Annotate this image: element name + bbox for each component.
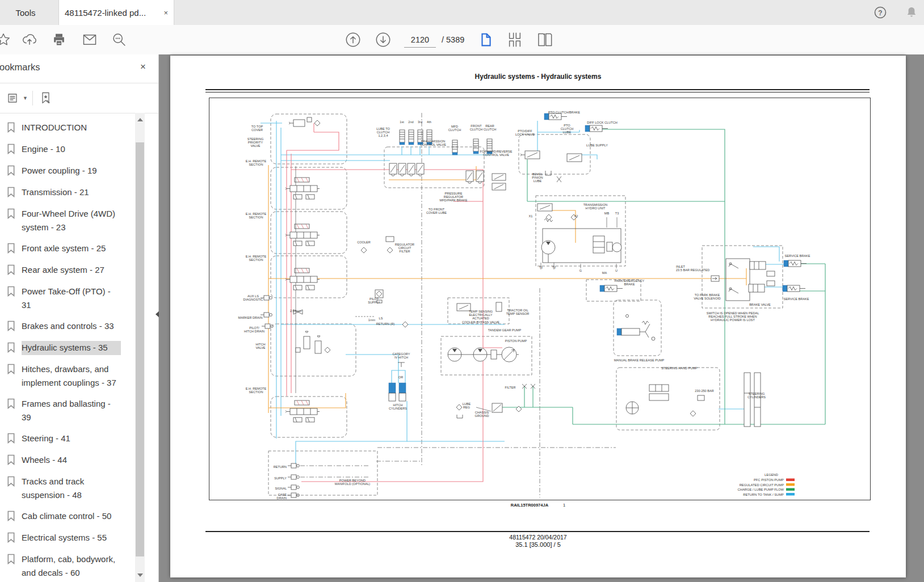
svg-text:?: ? xyxy=(878,9,882,17)
bookmark-item[interactable]: Power coupling - 19 xyxy=(7,164,145,178)
header-rule xyxy=(205,89,870,90)
bookmark-item-label: Front axle system - 25 xyxy=(22,242,121,256)
next-page-button[interactable] xyxy=(375,32,391,48)
bookmark-item[interactable]: Hydraulic systems - 35 xyxy=(7,341,145,355)
bookmarks-list: INTRODUCTION Engine - 10 Power coupling … xyxy=(0,113,145,582)
diagram-label: T3 xyxy=(615,212,619,215)
diagram-label: TO TOPCOVER xyxy=(251,125,263,132)
bookmark-item[interactable]: INTRODUCTION xyxy=(7,121,145,135)
scroll-up-arrow-icon[interactable] xyxy=(137,118,143,121)
diagram-label: SERVICE BRAKE xyxy=(784,297,809,301)
diagram-label: STEERINGCYLINDERS xyxy=(747,392,766,399)
diagram-label: CHASSISGROUND xyxy=(475,411,489,417)
bookmark-item[interactable]: Front axle system - 25 xyxy=(7,242,145,256)
cloud-upload-icon[interactable] xyxy=(22,32,37,48)
hydraulic-schematic: TO TOPCOVERSTEERINGPRIORITYVALVEE.H. REM… xyxy=(209,98,870,500)
bookmark-icon xyxy=(7,320,17,334)
bookmark-icon xyxy=(7,122,17,135)
previous-page-button[interactable] xyxy=(345,32,361,48)
tab-document[interactable]: 48115472-linked pd... × xyxy=(58,0,174,25)
print-icon[interactable] xyxy=(51,32,67,48)
chevron-down-icon[interactable]: ▼ xyxy=(23,95,28,101)
bookmark-icon xyxy=(7,165,17,178)
diagram-label: DIFF LOCK CLUTCH xyxy=(587,121,617,124)
bookmarks-toolbar: ▼ xyxy=(0,83,158,113)
page-total-label: / 5389 xyxy=(442,35,464,44)
page-number-input[interactable] xyxy=(404,32,436,48)
diagram-label: 3rd xyxy=(418,120,422,124)
email-icon[interactable] xyxy=(82,32,98,48)
bookmark-item[interactable]: Tracks and track suspension - 48 xyxy=(7,475,145,502)
diagram-label: STEERING HAND PUMP xyxy=(661,366,698,370)
diagram-label: COOLER xyxy=(357,241,371,244)
diagram-label: RETURN xyxy=(274,465,287,469)
diagram-label: 2nd xyxy=(408,120,413,124)
bookmark-item[interactable]: Steering - 41 xyxy=(7,432,145,446)
legend-label: PFC PISTON PUMP xyxy=(754,478,784,482)
bookmark-item[interactable]: Frames and ballasting - 39 xyxy=(7,397,145,424)
diagram-label: BRAKE VALVE xyxy=(749,303,771,306)
document-viewport[interactable]: Hydraulic systems - Hydraulic systems xyxy=(159,54,924,582)
legend-swatch xyxy=(786,488,795,491)
page-footer-doc: 48115472 20/04/2017 xyxy=(170,534,906,541)
bookmarks-close-icon[interactable]: × xyxy=(140,61,146,73)
main-toolbar: / 5389 xyxy=(0,25,924,55)
diagram-label: LUBEREG xyxy=(463,402,471,409)
diagram-label: E.H. REMOTESECTION xyxy=(246,212,267,219)
bookmark-item[interactable]: Brakes and controls - 33 xyxy=(7,319,145,334)
diagram-label: PARK/EMERGENCYBRAKE xyxy=(615,279,645,286)
bookmark-item[interactable]: Electrical systems - 55 xyxy=(7,531,145,545)
toolbar-separator xyxy=(32,91,33,106)
bookmark-item[interactable]: Four-Wheel Drive (4WD) system - 23 xyxy=(7,207,145,234)
help-icon[interactable]: ? xyxy=(872,5,888,20)
diagram-label: PILOT/HITCH DRAIN xyxy=(244,326,264,333)
favorite-star-icon[interactable] xyxy=(0,32,11,48)
diagram-label: X2 xyxy=(574,214,578,218)
diagram-label: 2.54mm xyxy=(290,309,302,313)
bookmark-item-label: Engine - 10 xyxy=(22,142,121,157)
bookmark-icon xyxy=(7,208,17,234)
bookmark-item[interactable]: Rear axle system - 27 xyxy=(7,263,145,277)
diagram-label: SIGNAL xyxy=(275,487,287,490)
bookmarks-scrollbar[interactable] xyxy=(135,113,145,582)
bookmark-item[interactable]: Power Take-Off (PTO) - 31 xyxy=(7,285,145,312)
scroll-down-arrow-icon[interactable] xyxy=(137,573,143,577)
bookmark-item[interactable]: Platform, cab, bodywork, and decals - 60 xyxy=(7,553,145,580)
bookmark-item[interactable]: Wheels - 44 xyxy=(7,453,145,467)
two-page-view-icon[interactable] xyxy=(537,32,553,48)
bookmark-item[interactable]: Hitches, drawbars, and implement couplin… xyxy=(7,362,145,390)
diagram-label: PTO CLUTCH/BRAKE xyxy=(548,111,580,114)
bookmark-item[interactable]: Engine - 10 xyxy=(7,142,145,157)
bookmark-icon xyxy=(7,554,17,580)
bookmarks-panel-header: Bookmarks × xyxy=(0,54,158,83)
figure-number: 1 xyxy=(563,503,565,508)
bookmark-item-label: Rear axle system - 27 xyxy=(22,263,121,277)
diagram-label: MFDCLUTCH xyxy=(448,125,461,132)
legend-label: CHARGE / LUBE PUMP FLOW xyxy=(738,488,784,491)
bookmark-item[interactable]: Transmission - 21 xyxy=(7,185,145,200)
tab-tools[interactable]: Tools xyxy=(0,0,51,25)
bookmark-item-label: INTRODUCTION xyxy=(22,121,121,135)
notifications-bell-icon[interactable] xyxy=(904,5,919,20)
legend-label: RETURN TO TANK / SUMP xyxy=(743,493,784,496)
bookmarks-panel-title: Bookmarks xyxy=(0,62,40,73)
search-icon[interactable] xyxy=(111,32,127,48)
diagram-label: HITCHVALVE xyxy=(255,343,265,349)
diagram-label: PTOCLUTCHLUBE xyxy=(561,124,574,134)
bookmark-icon xyxy=(7,187,17,200)
legend-title: LEGEND xyxy=(765,473,778,476)
add-bookmark-icon[interactable] xyxy=(37,90,54,107)
diagram-label: LUBE SUPPLY xyxy=(586,144,608,147)
bookmark-item[interactable]: Cab climate control - 50 xyxy=(7,509,145,524)
schematic-frame: TO TOPCOVERSTEERINGPRIORITYVALVEE.H. REM… xyxy=(209,98,871,500)
bookmark-item-label: Platform, cab, bodywork, and decals - 60 xyxy=(22,553,121,580)
single-page-view-icon[interactable] xyxy=(478,32,494,48)
tab-tools-label: Tools xyxy=(15,8,35,18)
scrolling-page-view-icon[interactable] xyxy=(507,32,523,48)
bookmark-options-icon[interactable] xyxy=(5,90,22,107)
scrollbar-thumb[interactable] xyxy=(136,142,144,556)
bookmark-icon xyxy=(7,454,17,467)
diagram-label: CATEGORYIV HITCH xyxy=(393,352,410,359)
tab-close-icon[interactable]: × xyxy=(163,9,168,17)
bookmark-icon xyxy=(7,398,17,424)
